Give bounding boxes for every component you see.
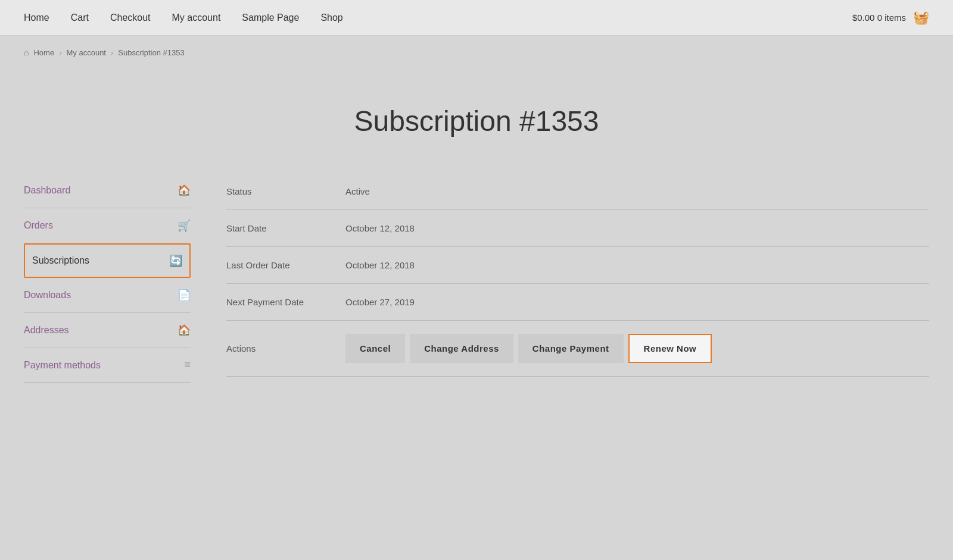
breadcrumb-sep-1: › — [59, 48, 61, 57]
payment-methods-icon: ≡ — [184, 359, 191, 371]
nav-cart[interactable]: Cart — [71, 12, 89, 23]
content-area: Status Active Start Date October 12, 201… — [226, 173, 929, 383]
nav-home[interactable]: Home — [24, 12, 49, 23]
nav-links: Home Cart Checkout My account Sample Pag… — [24, 12, 343, 23]
sidebar-addresses-label: Addresses — [24, 325, 69, 336]
last-order-date-label: Last Order Date — [226, 247, 345, 284]
sidebar-dashboard-label: Dashboard — [24, 185, 70, 196]
nav-checkout[interactable]: Checkout — [110, 12, 151, 23]
main-content: Dashboard 🏠 Orders 🛒 Subscriptions 🔄 Dow… — [0, 173, 953, 418]
status-row: Status Active — [226, 173, 929, 210]
sidebar-item-dashboard[interactable]: Dashboard 🏠 — [24, 173, 191, 208]
cart-amount: $0.00 0 items — [852, 12, 906, 23]
breadcrumb-bar: ⌂ Home › My account › Subscription #1353 — [0, 36, 953, 69]
cancel-button[interactable]: Cancel — [345, 334, 405, 363]
actions-cell: Cancel Change Address Change Payment Ren… — [345, 321, 929, 377]
orders-icon: 🛒 — [177, 219, 191, 232]
breadcrumb-home[interactable]: Home — [33, 48, 54, 57]
sidebar-subscriptions-label: Subscriptions — [32, 255, 89, 266]
next-payment-date-row: Next Payment Date October 27, 2019 — [226, 284, 929, 321]
sidebar-item-addresses[interactable]: Addresses 🏠 — [24, 313, 191, 348]
sidebar-payment-label: Payment methods — [24, 360, 101, 371]
nav-my-account[interactable]: My account — [172, 12, 221, 23]
nav-cart-area: $0.00 0 items 🧺 — [852, 10, 929, 26]
renew-now-button[interactable]: Renew Now — [628, 334, 712, 363]
cart-price: $0.00 — [852, 12, 875, 23]
breadcrumb: ⌂ Home › My account › Subscription #1353 — [24, 48, 929, 57]
downloads-icon: 📄 — [177, 289, 191, 302]
breadcrumb-current: Subscription #1353 — [118, 48, 184, 57]
last-order-date-row: Last Order Date October 12, 2018 — [226, 247, 929, 284]
breadcrumb-account[interactable]: My account — [67, 48, 106, 57]
actions-label: Actions — [226, 321, 345, 377]
addresses-icon: 🏠 — [177, 324, 191, 337]
change-address-button[interactable]: Change Address — [410, 334, 513, 363]
next-payment-date-label: Next Payment Date — [226, 284, 345, 321]
nav-sample-page[interactable]: Sample Page — [242, 12, 299, 23]
page-title: Subscription #1353 — [24, 105, 929, 137]
actions-row: Actions Cancel Change Address Change Pay… — [226, 321, 929, 377]
dashboard-icon: 🏠 — [177, 184, 191, 197]
nav-shop[interactable]: Shop — [320, 12, 342, 23]
cart-item-count: 0 items — [877, 12, 906, 23]
subscriptions-icon: 🔄 — [169, 254, 182, 267]
sidebar-item-orders[interactable]: Orders 🛒 — [24, 208, 191, 243]
sidebar-item-payment-methods[interactable]: Payment methods ≡ — [24, 348, 191, 383]
start-date-label: Start Date — [226, 210, 345, 247]
actions-buttons: Cancel Change Address Change Payment Ren… — [345, 334, 917, 363]
page-title-section: Subscription #1353 — [0, 69, 953, 173]
sidebar-item-downloads[interactable]: Downloads 📄 — [24, 278, 191, 313]
subscription-details-table: Status Active Start Date October 12, 201… — [226, 173, 929, 377]
status-label: Status — [226, 173, 345, 210]
sidebar-item-subscriptions[interactable]: Subscriptions 🔄 — [24, 243, 191, 278]
sidebar: Dashboard 🏠 Orders 🛒 Subscriptions 🔄 Dow… — [24, 173, 191, 383]
breadcrumb-sep-2: › — [111, 48, 113, 57]
last-order-date-value: October 12, 2018 — [345, 247, 929, 284]
sidebar-downloads-label: Downloads — [24, 290, 71, 301]
home-icon: ⌂ — [24, 48, 29, 57]
top-navigation: Home Cart Checkout My account Sample Pag… — [0, 0, 953, 36]
cart-basket-icon[interactable]: 🧺 — [913, 10, 929, 26]
start-date-row: Start Date October 12, 2018 — [226, 210, 929, 247]
status-value: Active — [345, 173, 929, 210]
start-date-value: October 12, 2018 — [345, 210, 929, 247]
change-payment-button[interactable]: Change Payment — [518, 334, 624, 363]
sidebar-orders-label: Orders — [24, 220, 53, 231]
next-payment-date-value: October 27, 2019 — [345, 284, 929, 321]
